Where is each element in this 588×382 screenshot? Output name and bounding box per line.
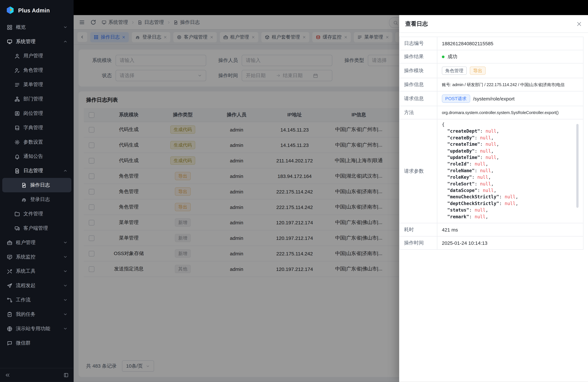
sidebar-item-label: 演示站专用功能 [16, 325, 60, 332]
sidebar-item-label: 登录日志 [30, 196, 68, 203]
sidebar-item-log-mgmt[interactable]: 日志管理 [2, 164, 71, 178]
detail-label: 方法 [399, 106, 437, 119]
detail-row-log-id: 日志编号1882612840802115585 [399, 37, 583, 50]
sidebar: Plus Admin 概览系统管理用户管理角色管理菜单管理部门管理岗位管理字典管… [0, 0, 74, 382]
book-icon [14, 125, 20, 130]
detail-label: 操作信息 [399, 78, 437, 91]
sidebar-item-label: 部门管理 [23, 96, 68, 103]
success-dot-icon [442, 55, 444, 58]
sidebar-item-label: 客户端管理 [23, 225, 68, 232]
detail-value-duration: 421 ms [437, 223, 583, 236]
detail-row-duration: 耗时421 ms [399, 223, 583, 236]
sidebar-item-wechat-group[interactable]: 微信群 [2, 336, 71, 350]
detail-label: 请求参数 [399, 119, 437, 223]
doc-icon [14, 168, 20, 174]
sidebar-item-label: 角色管理 [23, 67, 68, 74]
detail-value-method: org.dromara.system.controller.system.Sys… [437, 106, 583, 119]
tools-icon [7, 268, 13, 274]
detail-value-info: 账号: admin / 研发部门 / 222.175.114.242 / 中国|… [437, 78, 583, 91]
sidebar-item-client-mgmt[interactable]: 客户端管理 [2, 221, 71, 235]
chevron-down-icon [63, 283, 68, 288]
detail-value-module: 角色管理导出 [437, 64, 583, 78]
detail-text: 账号: admin / 研发部门 / 222.175.114.242 / 中国|… [442, 82, 565, 87]
fingerprint-icon [21, 196, 27, 202]
sidebar-item-login-log[interactable]: 登录日志 [2, 192, 71, 207]
sidebar-item-notice[interactable]: 通知公告 [2, 149, 71, 164]
flow-icon [7, 297, 13, 303]
chevron-down-icon [63, 269, 68, 274]
detail-row-method: 方法org.dromara.system.controller.system.S… [399, 106, 583, 119]
sidebar-item-demo-features[interactable]: 演示站专用功能 [2, 321, 71, 336]
sidebar-item-system-monitor[interactable]: 系统监控 [2, 250, 71, 264]
folder-icon [14, 211, 20, 217]
sidebar-item-label: 操作日志 [30, 182, 68, 189]
gear-icon [14, 139, 20, 145]
monitor-icon [7, 39, 13, 44]
sidebar-item-workflow[interactable]: 工作流 [2, 293, 71, 307]
brand: Plus Admin [0, 0, 74, 19]
monitor2-icon [7, 254, 13, 260]
badge-icon [14, 110, 20, 116]
code-scrollbar-thumb[interactable] [576, 124, 579, 208]
detail-label: 耗时 [399, 223, 437, 236]
sidebar-item-label: 字典管理 [23, 124, 68, 131]
sidebar-item-dict-mgmt[interactable]: 字典管理 [2, 121, 71, 135]
sidebar-item-label: 系统管理 [16, 38, 60, 45]
status-text: 成功 [447, 53, 457, 60]
sidebar-item-label: 菜单管理 [23, 81, 68, 88]
sidebar-item-label: 租户管理 [16, 239, 60, 246]
sidebar-item-menu-mgmt[interactable]: 菜单管理 [2, 77, 71, 92]
sidebar-item-operation-log[interactable]: 操作日志 [2, 178, 71, 192]
sidebar-footer [0, 368, 74, 382]
sidebar-item-system-mgmt[interactable]: 系统管理 [2, 34, 71, 49]
chevron-down-icon [63, 326, 68, 331]
sidebar-item-overview[interactable]: 概览 [2, 20, 71, 35]
sidebar-item-label: 流程发起 [16, 282, 60, 289]
sidebar-item-label: 微信群 [16, 340, 68, 347]
close-icon[interactable] [576, 21, 582, 27]
sidebar-item-process-start[interactable]: 流程发起 [2, 278, 71, 293]
chevron-down-icon [63, 255, 68, 259]
user-icon [14, 53, 20, 59]
detail-row-module: 操作模块角色管理导出 [399, 64, 583, 78]
brand-name: Plus Admin [18, 7, 50, 13]
detail-label: 操作时间 [399, 236, 437, 249]
sidebar-item-my-tasks[interactable]: 我的任务 [2, 307, 71, 321]
chevron-down-icon [63, 298, 68, 302]
sidebar-item-user-mgmt[interactable]: 用户管理 [2, 49, 71, 63]
detail-label: 日志编号 [399, 37, 437, 50]
top-strip [74, 0, 588, 15]
detail-value-params: { "createDept": null, "createBy": null, … [437, 119, 583, 223]
chevron-up-icon [63, 39, 68, 44]
grid-icon [7, 24, 13, 30]
sidebar-item-label: 用户管理 [23, 52, 68, 59]
sidebar-item-label: 工作流 [16, 297, 60, 303]
detail-label: 请求信息 [399, 91, 437, 106]
sidebar-pin-icon[interactable] [63, 373, 69, 378]
sidebar-item-label: 岗位管理 [23, 110, 68, 117]
sidebar-item-label: 日志管理 [23, 167, 60, 174]
sidebar-item-label: 文件管理 [23, 211, 68, 217]
tree-icon [14, 96, 20, 102]
chevron-down-icon [63, 312, 68, 317]
detail-row-result: 操作结果成功 [399, 50, 583, 64]
detail-value-request: POST请求/system/role/export [437, 91, 583, 106]
sidebar-item-file-mgmt[interactable]: 文件管理 [2, 207, 71, 221]
sidebar-item-role-mgmt[interactable]: 角色管理 [2, 63, 71, 77]
collapse-sidebar-button[interactable] [5, 373, 10, 378]
sidebar-item-post-mgmt[interactable]: 岗位管理 [2, 106, 71, 121]
detail-row-info: 操作信息账号: admin / 研发部门 / 222.175.114.242 /… [399, 78, 583, 91]
menu-icon [14, 82, 20, 87]
sidebar-item-param-settings[interactable]: 参数设置 [2, 135, 71, 149]
sidebar-menu: 概览系统管理用户管理角色管理菜单管理部门管理岗位管理字典管理参数设置通知公告日志… [0, 19, 74, 368]
detail-value-log-id: 1882612840802115585 [437, 37, 583, 50]
briefcase-icon [7, 240, 13, 245]
editdoc-icon [21, 182, 27, 188]
sidebar-item-dept-mgmt[interactable]: 部门管理 [2, 92, 71, 106]
sidebar-item-tenant-mgmt[interactable]: 租户管理 [2, 235, 71, 250]
sidebar-item-system-tools[interactable]: 系统工具 [2, 264, 71, 278]
sidebar-item-label: 通知公告 [23, 153, 68, 160]
detail-row-request: 请求信息POST请求/system/role/export [399, 91, 583, 106]
request-params-code[interactable]: { "createDept": null, "createBy": null, … [442, 122, 579, 221]
detail-value-result: 成功 [437, 50, 583, 63]
